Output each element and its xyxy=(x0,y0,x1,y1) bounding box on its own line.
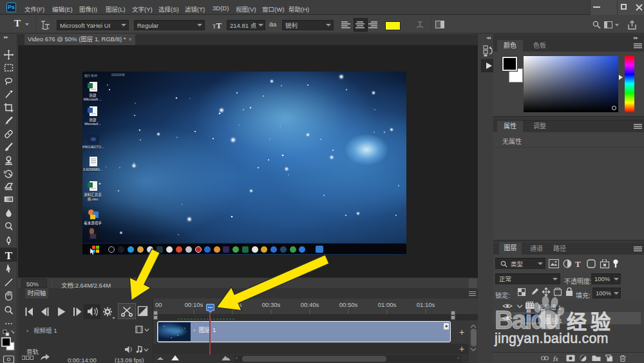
svg-text:00:20s: 00:20s xyxy=(223,301,242,308)
svg-text:00:30s: 00:30s xyxy=(262,301,281,308)
svg-text:T: T xyxy=(5,250,13,262)
svg-text:01:00s: 01:00s xyxy=(378,301,397,308)
svg-text:00:40s: 00:40s xyxy=(301,301,319,308)
svg-text:00:50s: 00:50s xyxy=(339,301,358,308)
svg-text:00:10s: 00:10s xyxy=(185,301,204,308)
svg-text:01:10s: 01:10s xyxy=(417,301,435,308)
svg-text:T: T xyxy=(575,259,581,269)
svg-text:fx: fx xyxy=(553,355,558,362)
svg-text:00: 00 xyxy=(155,301,162,308)
